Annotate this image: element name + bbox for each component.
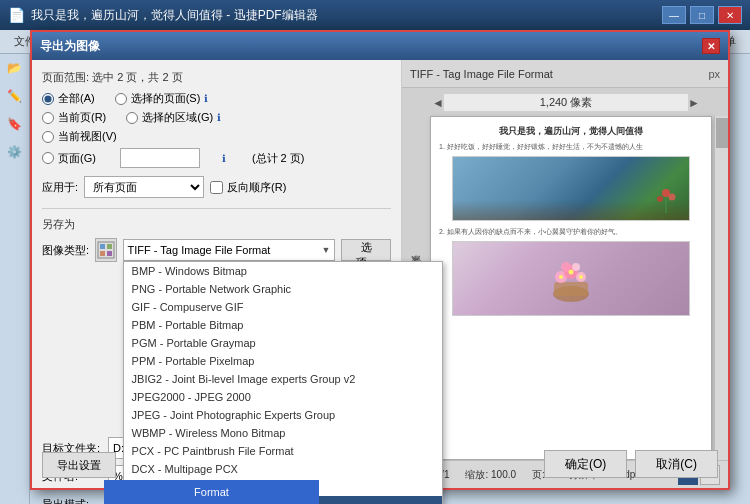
format-label: Format	[104, 480, 319, 504]
apply-label: 应用于:	[42, 180, 78, 195]
dropdown-item-pbm[interactable]: PBM - Portable Bitmap	[124, 316, 442, 334]
reverse-order-checkbox[interactable]: 反向顺序(R)	[210, 180, 286, 195]
info-icon-region: ℹ	[217, 112, 221, 123]
dropdown-item-ppm[interactable]: PPM - Portable Pixelmap	[124, 352, 442, 370]
preview-img-flowers	[452, 241, 690, 316]
ok-button[interactable]: 确定(O)	[544, 450, 627, 478]
page-range-label: 页面范围: 选中 2 页，共 2 页	[42, 70, 391, 85]
divider-1	[42, 208, 391, 209]
titlebar-buttons: — □ ✕	[662, 6, 742, 24]
arrow-right-icon: ►	[688, 96, 700, 110]
apply-row: 应用于: 所有页面 反向顺序(R)	[42, 176, 391, 198]
app-icon: 📄	[8, 7, 25, 23]
sidebar-settings-icon[interactable]: ⚙️	[0, 138, 28, 166]
dialog-body: 页面范围: 选中 2 页，共 2 页 全部(A) 选择的页面(S) ℹ	[32, 60, 728, 488]
svg-rect-1	[100, 244, 105, 249]
radio-row-1: 全部(A) 选择的页面(S) ℹ	[42, 91, 391, 106]
radio-row-3: 当前视图(V)	[42, 129, 391, 144]
app-title: 我只是我，遍历山河，觉得人间值得 - 迅捷PDF编辑器	[31, 7, 662, 24]
radio-all[interactable]: 全部(A)	[42, 91, 95, 106]
preview-page: 我只是我，遍历山河，觉得人间值得 1. 好好吃饭，好好睡觉，好好锻炼，好好生活，…	[430, 116, 712, 460]
dialog-close-button[interactable]: ✕	[702, 38, 720, 54]
arrow-left-icon: ◄	[432, 96, 444, 110]
dropdown-item-gif[interactable]: GIF - Compuserve GIF	[124, 298, 442, 316]
image-type-icon	[95, 238, 117, 262]
page-input[interactable]	[120, 148, 200, 168]
image-type-row: 图像类型: TIFF - Tag Image File Format	[42, 238, 391, 262]
app-titlebar: 📄 我只是我，遍历山河，觉得人间值得 - 迅捷PDF编辑器 — □ ✕	[0, 0, 750, 30]
radio-page[interactable]: 页面(G)	[42, 151, 96, 166]
info-icon-page: ℹ	[222, 153, 226, 164]
preview-img-river	[452, 156, 690, 221]
page-subtitle-text: 1. 好好吃饭，好好睡觉，好好锻炼，好好生活，不为不遗憾的人生	[439, 142, 703, 152]
dialog-titlebar: 导出为图像 ✕	[32, 32, 728, 60]
image-type-dropdown[interactable]: TIFF - Tag Image File Format ▼ BMP - Win…	[123, 239, 336, 261]
svg-point-18	[579, 275, 583, 279]
preview-scrollbar[interactable]	[714, 116, 728, 460]
page-item-2: 2. 如果有人因你的缺点而不来，小心翼翼守护着你的好气。	[439, 227, 703, 237]
left-panel: 页面范围: 选中 2 页，共 2 页 全部(A) 选择的页面(S) ℹ	[32, 60, 402, 488]
dropdown-item-dcx[interactable]: DCX - Multipage PCX	[124, 460, 442, 478]
preview-title: TIFF - Tag Image File Format	[410, 68, 700, 80]
dialog-title: 导出为图像	[40, 38, 702, 55]
cancel-button[interactable]: 取消(C)	[635, 450, 718, 478]
preview-content: ◄ 1,240 像素 ► 1,754 像素 我只是我，遍历山河，觉得人间值得 1…	[402, 88, 728, 460]
app-sidebar: 📂 ✏️ 🔖 ⚙️	[0, 54, 30, 504]
right-panel: TIFF - Tag Image File Format px ◄ 1,240 …	[402, 60, 728, 488]
export-settings-button[interactable]: 导出设置	[42, 452, 116, 478]
dropdown-item-png[interactable]: PNG - Portable Network Graphic	[124, 280, 442, 298]
radio-current[interactable]: 当前页(R)	[42, 110, 106, 125]
basket-decoration	[546, 252, 596, 307]
dropdown-item-bmp[interactable]: BMP - Windows Bitmap	[124, 262, 442, 280]
sidebar-bookmark-icon[interactable]: 🔖	[0, 110, 28, 138]
svg-rect-10	[554, 282, 588, 296]
dialog-bottom-buttons: 确定(O) 取消(C)	[544, 450, 718, 478]
width-label: 1,240 像素	[444, 94, 688, 111]
dropdown-item-jbig2[interactable]: JBIG2 - Joint Bi-level Image experts Gro…	[124, 370, 442, 388]
options-button[interactable]: 选项...	[341, 239, 391, 261]
minimize-button[interactable]: —	[662, 6, 686, 24]
dropdown-item-jpeg[interactable]: JPEG - Joint Photographic Experts Group	[124, 406, 442, 424]
page-main-title: 我只是我，遍历山河，觉得人间值得	[439, 125, 703, 138]
svg-rect-2	[107, 244, 112, 249]
radio-selected-pages[interactable]: 选择的页面(S) ℹ	[115, 91, 209, 106]
preview-px-label: px	[708, 68, 720, 80]
page-content: 我只是我，遍历山河，觉得人间值得 1. 好好吃饭，好好睡觉，好好锻炼，好好生活，…	[431, 117, 711, 324]
radio-group-page-range: 全部(A) 选择的页面(S) ℹ 当前页(R) 选择的区域	[42, 91, 391, 168]
scrollbar-thumb[interactable]	[716, 118, 728, 148]
radio-current-view[interactable]: 当前视图(V)	[42, 129, 117, 144]
image-type-label: 图像类型:	[42, 243, 89, 258]
dropdown-item-wbmp[interactable]: WBMP - Wireless Mono Bitmap	[124, 424, 442, 442]
width-indicator: ◄ 1,240 像素 ►	[432, 94, 700, 111]
svg-rect-3	[100, 251, 105, 256]
dropdown-arrow-icon: ▼	[321, 245, 330, 255]
dropdown-item-pcx[interactable]: PCX - PC Paintbrush File Format	[124, 442, 442, 460]
svg-point-15	[572, 263, 580, 271]
app-close-button[interactable]: ✕	[718, 6, 742, 24]
bottom-left-buttons: 导出设置	[42, 452, 116, 478]
info-icon-selected: ℹ	[204, 93, 208, 104]
preview-header: TIFF - Tag Image File Format px	[402, 60, 728, 88]
svg-point-7	[668, 193, 675, 200]
save-as-label: 另存为	[42, 217, 391, 232]
preview-scale-info: 缩放: 100.0	[465, 468, 516, 482]
dropdown-item-pgm[interactable]: PGM - Portable Graymap	[124, 334, 442, 352]
svg-point-6	[657, 196, 663, 202]
svg-point-17	[569, 269, 574, 274]
radio-row-2: 当前页(R) 选择的区域(G) ℹ	[42, 110, 391, 125]
apply-select[interactable]: 所有页面	[84, 176, 204, 198]
radio-row-4: 页面(G) ℹ (总计 2 页)	[42, 148, 391, 168]
radio-region[interactable]: 选择的区域(G) ℹ	[126, 110, 221, 125]
sidebar-edit-icon[interactable]: ✏️	[0, 82, 28, 110]
svg-point-16	[559, 275, 563, 279]
export-mode-label: 导出模式:	[42, 497, 102, 505]
page-count-label: (总计 2 页)	[252, 151, 305, 166]
dropdown-list: BMP - Windows Bitmap PNG - Portable Netw…	[123, 261, 443, 504]
svg-rect-4	[107, 251, 112, 256]
sidebar-open-icon[interactable]: 📂	[0, 54, 28, 82]
dropdown-selected-value[interactable]: TIFF - Tag Image File Format ▼	[123, 239, 336, 261]
flower-decoration	[654, 185, 679, 215]
export-dialog: 导出为图像 ✕ 页面范围: 选中 2 页，共 2 页 全部(A) 选择的页面(S…	[30, 30, 730, 490]
maximize-button[interactable]: □	[690, 6, 714, 24]
dropdown-item-jpeg2000[interactable]: JPEG2000 - JPEG 2000	[124, 388, 442, 406]
